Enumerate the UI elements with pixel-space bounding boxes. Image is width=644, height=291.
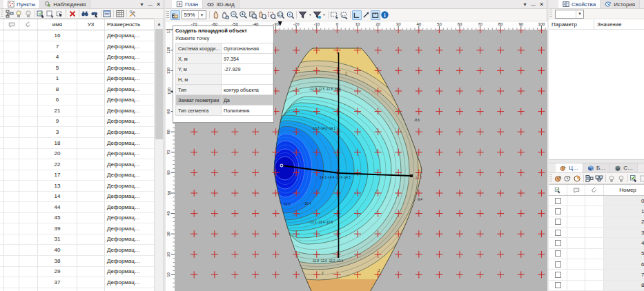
bulb-icon[interactable] [14, 9, 24, 19]
dialog-param-value[interactable] [222, 74, 273, 85]
clock_o-icon[interactable] [554, 174, 563, 183]
dropdown-caret-icon[interactable] [322, 12, 326, 17]
cycles-tab-2[interactable]: С… [610, 163, 638, 172]
rect-button[interactable] [371, 10, 380, 20]
point-row[interactable]: 8Деформац… [0, 84, 155, 95]
point-row[interactable]: 37Деформац… [0, 277, 155, 288]
cycle-checkbox[interactable] [555, 261, 561, 268]
point-row[interactable]: 1Деформац… [0, 73, 155, 84]
point-row[interactable]: 39Деформац… [0, 223, 155, 234]
cycle-row[interactable]: 5 [549, 249, 644, 259]
zoom_one-icon[interactable]: 1:1 [276, 10, 286, 20]
point-row[interactable]: 16Деформац… [0, 30, 155, 41]
dialog-row[interactable]: Типконтур объекта [176, 85, 273, 95]
dialog-row[interactable]: Н, м [176, 74, 273, 85]
properties-combo[interactable]: ▼ [555, 10, 584, 19]
points-tab-0[interactable]: Пункты [3, 0, 40, 8]
slash-icon[interactable] [362, 10, 371, 20]
point-row[interactable]: 7Деформац… [0, 41, 155, 52]
hier-icon[interactable] [5, 9, 14, 19]
zoom_out-icon[interactable] [230, 10, 240, 20]
point-row[interactable]: 5Деформац… [0, 63, 155, 74]
point-row[interactable]: 40Деформац… [0, 245, 155, 256]
zoom_rect-icon[interactable] [267, 10, 277, 20]
cycle-row[interactable]: 0 [549, 196, 644, 206]
panel-menu-button[interactable]: ▼ [138, 1, 146, 8]
panel-close-button[interactable]: ✕ [155, 1, 162, 8]
point-row[interactable]: 14Деформац… [0, 191, 155, 202]
info-icon[interactable]: i [380, 10, 390, 20]
number-column-header[interactable]: Номер [604, 185, 644, 195]
cycle-row[interactable]: 4 [549, 238, 644, 248]
dialog-row[interactable]: Захват геометрииДа [176, 95, 273, 106]
cycle-row[interactable]: 8 [549, 281, 644, 291]
uz-column-header[interactable]: УЗ [77, 19, 105, 30]
bulb_s-icon[interactable] [616, 174, 626, 183]
zoom_in-icon[interactable] [239, 10, 248, 20]
point-row[interactable]: 6Деформац… [0, 94, 155, 106]
cycles-tab-1[interactable]: Б… [583, 163, 610, 172]
funnel-icon[interactable] [298, 10, 308, 20]
zoom-level-combo[interactable]: 59%▼ [182, 10, 206, 19]
funnel_dot-icon[interactable] [313, 10, 322, 20]
zoom_prev-icon[interactable] [286, 10, 295, 20]
sel_cur-icon[interactable] [55, 9, 65, 19]
scale-button[interactable] [170, 10, 180, 20]
binoc-icon[interactable] [81, 9, 90, 19]
sel_sub-icon[interactable] [46, 9, 55, 19]
dialog-param-value[interactable]: Полилиния [222, 106, 273, 116]
binoc_cur-icon[interactable] [90, 9, 99, 19]
name-column-header[interactable]: имя [38, 19, 77, 30]
lasso-icon[interactable] [340, 10, 349, 20]
cycle-checkbox[interactable] [555, 230, 561, 236]
panel-close-button[interactable]: ✕ [538, 1, 545, 8]
point-row[interactable]: 17Деформац… [0, 170, 155, 181]
dialog-row[interactable]: X, м97.354 [176, 54, 273, 64]
cycle-row[interactable]: 6 [549, 259, 644, 270]
pie-icon[interactable] [572, 174, 582, 183]
dash_sq-icon[interactable] [638, 174, 644, 183]
point-row[interactable]: 44Деформац… [0, 202, 155, 213]
del_x-icon[interactable] [68, 9, 77, 19]
tools-icon[interactable] [128, 9, 138, 19]
point-row[interactable]: 45Деформац… [0, 212, 155, 223]
cycle-row[interactable]: 7 [549, 270, 644, 280]
dialog-param-value[interactable]: Ортогональная [222, 43, 273, 54]
grid-icon[interactable] [115, 9, 125, 19]
dialog-row[interactable]: Система коорди…Ортогональная [176, 43, 273, 54]
hand2-icon[interactable] [220, 10, 230, 20]
dialog-param-value[interactable]: -27.929 [222, 64, 273, 74]
point-row[interactable] [0, 288, 155, 291]
point-row[interactable]: 9Деформац… [0, 116, 155, 127]
chk_cursor-icon[interactable] [630, 174, 639, 183]
dialog-param-value[interactable]: 97.354 [222, 54, 273, 64]
point-row[interactable]: 13Деформац… [0, 181, 155, 192]
cycle-checkbox[interactable] [555, 240, 561, 246]
bulb_off-icon[interactable] [23, 9, 33, 19]
cycle-checkbox[interactable] [555, 208, 561, 214]
dialog-param-value[interactable]: контур объекта [222, 85, 273, 95]
point-row[interactable]: 18Деформац… [0, 138, 155, 149]
dropdown-caret-icon[interactable] [308, 12, 313, 17]
link2-icon[interactable] [594, 174, 604, 183]
hand-icon[interactable] [211, 10, 221, 20]
cycle-checkbox[interactable] [555, 272, 561, 278]
corner-button[interactable] [352, 10, 362, 20]
zoom_hand-icon[interactable] [257, 10, 267, 20]
view-tab-0[interactable]: План [172, 0, 203, 8]
cycle-row[interactable]: 1 [549, 206, 644, 217]
dialog-row[interactable]: Тип сегментаПолилиния [176, 106, 273, 116]
clock-icon[interactable] [563, 174, 573, 183]
cycle-checkbox[interactable] [555, 282, 561, 288]
panel-menu-button[interactable]: ▼ [521, 1, 529, 8]
left-table-scrollbar[interactable]: ▲ [154, 19, 164, 291]
point-row[interactable]: 4Деформац… [0, 52, 155, 63]
panel-minimize-button[interactable]: — [146, 1, 154, 8]
link1-icon[interactable] [585, 174, 595, 183]
dialog-param-value[interactable]: Да [222, 95, 273, 106]
right-tab-0[interactable]: Свойства [558, 0, 601, 8]
point-row[interactable]: 38Деформац… [0, 256, 155, 267]
cycle-checkbox[interactable] [555, 198, 561, 204]
point-row[interactable]: 22Деформац… [0, 159, 155, 170]
zoom_bld-icon[interactable] [248, 10, 258, 20]
